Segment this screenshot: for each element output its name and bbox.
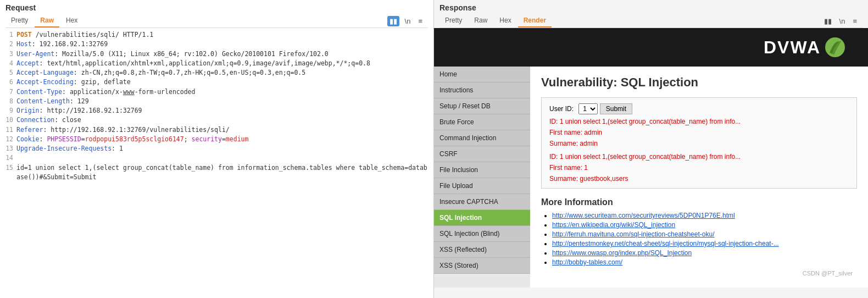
nav-command-injection[interactable]: Command Injection (434, 130, 530, 146)
line-2: 2 Host: 192.168.92.1:32769 (3, 40, 430, 49)
watermark: CSDN @PT_silver (541, 268, 857, 279)
nav-sql-injection[interactable]: SQL Injection (434, 210, 530, 226)
list-item: http://www.securiteam.com/securityreview… (552, 212, 857, 219)
nav-file-inclusion[interactable]: File Inclusion (434, 162, 530, 178)
nav-csrf[interactable]: CSRF (434, 146, 530, 162)
info-links: http://www.securiteam.com/securityreview… (541, 212, 857, 266)
tab-pretty[interactable]: Pretty (5, 14, 34, 27)
line-7: 7 Content-Type: application/x-www-form-u… (3, 87, 430, 97)
result-id-1: ID: 1 union select 1,(select group_conca… (549, 118, 849, 125)
nav-insecure-captcha[interactable]: Insecure CAPTCHA (434, 194, 530, 210)
render-area: DVWA Home Instructions Setup / Reset DB … (434, 28, 868, 298)
dvwa-main: Vulnerability: SQL Injection User ID: 1 … (530, 67, 868, 288)
link-5[interactable]: https://www.owasp.org/index.php/SQL_Inje… (552, 249, 692, 257)
line-5: 5 Accept-Language: zh-CN,zh;q=0.8,zh-TW;… (3, 68, 430, 78)
result-surname-2: Surname: guestbook,users (549, 175, 849, 183)
response-header: Response Pretty Raw Hex Render ▮▮ \n ≡ (434, 0, 868, 28)
link-4[interactable]: http://pentestmonkey.net/cheat-sheet/sql… (552, 240, 779, 247)
line-12: 12 Cookie: PHPSESSID=rodpopui583rd5p5scl… (3, 135, 430, 144)
request-header: Request Pretty Raw Hex ▮▮ \n ≡ (0, 0, 433, 28)
tab-resp-raw[interactable]: Raw (469, 14, 493, 27)
result-firstname-1: First name: admin (549, 129, 849, 136)
result-id-2: ID: 1 union select 1,(select group_conca… (549, 153, 849, 161)
result-surname-1: Surname: admin (549, 140, 849, 147)
nav-sql-injection-blind[interactable]: SQL Injection (Blind) (434, 226, 530, 242)
result-block-2: ID: 1 union select 1,(select group_conca… (549, 153, 849, 183)
nav-setup[interactable]: Setup / Reset DB (434, 98, 530, 114)
request-panel: Request Pretty Raw Hex ▮▮ \n ≡ 1 POST /v… (0, 0, 434, 298)
menu-icon[interactable]: ≡ (416, 16, 425, 26)
list-item: https://www.owasp.org/index.php/SQL_Inje… (552, 249, 857, 257)
dvwa-sidebar: Home Instructions Setup / Reset DB Brute… (434, 67, 530, 288)
nav-instructions[interactable]: Instructions (434, 82, 530, 98)
nav-file-upload[interactable]: File Upload (434, 178, 530, 194)
link-2[interactable]: https://en.wikipedia.org/wiki/SQL_inject… (552, 221, 675, 229)
resp-wrap-icon[interactable]: ▮▮ (822, 16, 834, 26)
nav-xss-reflected[interactable]: XSS (Reflected) (434, 242, 530, 258)
request-title: Request (5, 3, 428, 12)
line-4: 4 Accept: text/html,application/xhtml+xm… (3, 59, 430, 68)
nav-home[interactable]: Home (434, 67, 530, 82)
list-item: http://pentestmonkey.net/cheat-sheet/sql… (552, 240, 857, 247)
response-panel: Response Pretty Raw Hex Render ▮▮ \n ≡ D… (434, 0, 868, 298)
tab-hex[interactable]: Hex (60, 14, 83, 27)
dvwa-logo-text: DVWA (764, 37, 821, 58)
request-body: 1 POST /vulnerabilities/sqli/ HTTP/1.1 2… (0, 28, 433, 298)
line-10: 10 Connection: close (3, 115, 430, 125)
link-1[interactable]: http://www.securiteam.com/securityreview… (552, 212, 735, 219)
list-item: http://bobby-tables.com/ (552, 258, 857, 266)
request-toolbar: ▮▮ \n ≡ (387, 16, 428, 26)
dvwa-logo: DVWA (764, 36, 846, 58)
dvwa-header: DVWA (434, 28, 868, 67)
link-3[interactable]: http://ferruh.mavituna.com/sql-injection… (552, 230, 714, 238)
line-11: 11 Referer: http://192.168.92.1:32769/vu… (3, 125, 430, 135)
userid-label: User ID: (549, 105, 574, 113)
tab-resp-hex[interactable]: Hex (494, 14, 516, 27)
link-6[interactable]: http://bobby-tables.com/ (552, 258, 622, 266)
list-item: http://ferruh.mavituna.com/sql-injection… (552, 230, 857, 238)
list-item: https://en.wikipedia.org/wiki/SQL_inject… (552, 221, 857, 229)
line-6: 6 Accept-Encoding: gzip, deflate (3, 78, 430, 87)
nav-brute-force[interactable]: Brute Force (434, 114, 530, 130)
wrap-icon[interactable]: ▮▮ (387, 16, 399, 26)
tab-raw[interactable]: Raw (35, 14, 59, 27)
vuln-title: Vulnerability: SQL Injection (541, 75, 857, 90)
response-tabs: Pretty Raw Hex Render ▮▮ \n ≡ (439, 14, 863, 28)
result-firstname-2: First name: 1 (549, 164, 849, 172)
line-3: 3 User-Agent: Mozilla/5.0 (X11; Linux x8… (3, 49, 430, 59)
response-title: Response (439, 3, 863, 12)
result-block-1: ID: 1 union select 1,(select group_conca… (549, 118, 849, 147)
line-13: 13 Upgrade-Insecure-Requests: 1 (3, 144, 430, 153)
newline-icon[interactable]: \n (403, 16, 413, 26)
userid-select[interactable]: 1 2 3 (578, 103, 598, 114)
dvwa-leaf-icon (824, 36, 846, 58)
line-14: 14 (3, 153, 430, 163)
dvwa-content: Home Instructions Setup / Reset DB Brute… (434, 67, 868, 288)
response-toolbar: ▮▮ \n ≡ (822, 16, 863, 26)
tab-resp-render[interactable]: Render (518, 14, 552, 27)
tab-resp-pretty[interactable]: Pretty (439, 14, 468, 27)
form-box: User ID: 1 2 3 Submit ID: 1 union select… (541, 97, 857, 189)
line-1: 1 POST /vulnerabilities/sqli/ HTTP/1.1 (3, 30, 430, 40)
resp-newline-icon[interactable]: \n (837, 16, 848, 26)
submit-button[interactable]: Submit (600, 103, 632, 114)
line-9: 9 Origin: http://192.168.92.1:32769 (3, 106, 430, 115)
request-tabs: Pretty Raw Hex ▮▮ \n ≡ (5, 14, 428, 28)
nav-xss-stored[interactable]: XSS (Stored) (434, 258, 530, 274)
line-15: 15 id=1 union select 1,(select group_con… (3, 163, 430, 183)
line-8: 8 Content-Length: 129 (3, 97, 430, 106)
resp-menu-icon[interactable]: ≡ (850, 16, 859, 26)
more-info-title: More Information (541, 197, 857, 207)
